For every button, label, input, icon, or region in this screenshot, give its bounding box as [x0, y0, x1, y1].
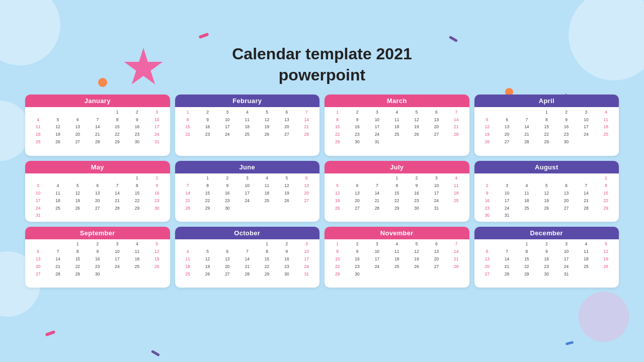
cal-cell: 28 [48, 270, 67, 278]
cal-cell: 2 [347, 241, 367, 248]
cal-cell: 20 [277, 124, 296, 131]
cal-cell: 8 [517, 248, 536, 256]
cal-cell: 5 [277, 175, 296, 183]
cal-cell: 26 [277, 197, 296, 205]
cal-cell: 8 [387, 182, 407, 190]
cal-cell: 8 [328, 248, 347, 256]
cal-cell: 6 [347, 182, 367, 190]
cal-cell: 21 [88, 131, 107, 139]
cal-cell: 15 [257, 256, 277, 263]
cal-cell [237, 205, 257, 212]
cal-cell: 19 [48, 131, 67, 139]
cal-cell: 17 [297, 256, 316, 263]
cal-cell: 15 [107, 124, 127, 131]
cal-cell: 21 [576, 197, 596, 205]
cal-cell: 30 [347, 270, 367, 278]
cal-cell: 2 [537, 241, 556, 248]
cal-cell: 16 [407, 190, 426, 197]
cal-cell: 28 [497, 270, 517, 278]
cal-cell: 3 [427, 175, 446, 183]
cal-cell: 17 [147, 124, 167, 131]
cal-cell: 2 [127, 109, 147, 116]
cal-cell: 25 [127, 263, 147, 271]
cal-cell: 5 [257, 109, 277, 116]
cal-cell: 9 [407, 182, 426, 190]
cal-cell: 4 [387, 109, 407, 116]
cal-cell: 3 [107, 241, 127, 248]
cal-cell: 2 [407, 175, 426, 183]
cal-cell: 22 [596, 197, 616, 205]
cal-cell: 24 [147, 131, 167, 139]
cal-cell: 10 [107, 248, 127, 256]
cal-cell: 3 [28, 182, 48, 190]
cal-cell: 23 [477, 205, 497, 212]
cal-cell: 29 [537, 139, 556, 146]
cal-cell: 20 [88, 197, 107, 205]
cal-cell: 19 [477, 131, 497, 139]
cal-cell [178, 175, 198, 183]
cal-cell: 30 [537, 270, 556, 278]
cal-cell: 22 [328, 131, 347, 139]
cal-cell: 24 [217, 131, 237, 139]
cal-cell: 26 [477, 139, 497, 146]
cal-cell: 9 [147, 182, 167, 190]
cal-cell: 12 [477, 124, 497, 131]
cal-cell: 11 [178, 256, 198, 263]
cal-cell: 23 [198, 131, 217, 139]
cal-cell [28, 241, 48, 248]
cal-cell: 7 [237, 248, 257, 256]
month-header-july: July [325, 161, 469, 173]
cal-cell: 15 [127, 190, 147, 197]
cal-cell [576, 175, 596, 183]
cal-cell: 6 [28, 248, 48, 256]
cal-cell: 4 [28, 116, 48, 124]
cal-cell: 15 [328, 124, 347, 131]
cal-cell: 16 [537, 256, 556, 263]
cal-cell: 8 [68, 248, 88, 256]
month-header-february: February [175, 95, 320, 107]
cal-cell: 28 [297, 131, 316, 139]
cal-cell: 6 [427, 241, 446, 248]
cal-cell: 27 [88, 205, 107, 212]
cal-cell [88, 109, 107, 116]
cal-cell: 4 [178, 248, 198, 256]
cal-cell: 7 [297, 109, 316, 116]
cal-cell [517, 212, 536, 220]
cal-cell: 10 [237, 182, 257, 190]
cal-cell: 8 [198, 182, 217, 190]
cal-cell: 12 [407, 248, 426, 256]
cal-cell: 13 [68, 124, 88, 131]
cal-cell: 12 [537, 190, 556, 197]
cal-cell [107, 212, 127, 220]
page-title: Calendar template 2021 powerpoint [0, 33, 644, 85]
cal-cell [328, 175, 347, 183]
cal-cell: 7 [367, 182, 387, 190]
cal-cell: 6 [88, 182, 107, 190]
cal-cell: 8 [537, 116, 556, 124]
cal-cell: 18 [387, 256, 407, 263]
cal-cell [28, 109, 48, 116]
cal-cell: 18 [576, 256, 596, 263]
cal-cell: 29 [257, 270, 277, 278]
cal-cell: 31 [427, 205, 446, 212]
cal-cell: 1 [537, 109, 556, 116]
cal-cell [127, 270, 147, 278]
cal-cell: 21 [446, 256, 466, 263]
cal-cell [407, 270, 426, 278]
cal-cell: 16 [556, 124, 576, 131]
month-header-august: August [474, 161, 619, 173]
cal-cell: 12 [596, 248, 616, 256]
cal-cell: 21 [237, 263, 257, 271]
cal-cell: 5 [407, 109, 426, 116]
cal-cell [596, 139, 616, 146]
cal-cell: 24 [576, 131, 596, 139]
cal-cell [107, 270, 127, 278]
cal-cell [48, 212, 67, 220]
cal-cell [237, 241, 257, 248]
cal-cell [537, 175, 556, 183]
cal-cell: 15 [68, 256, 88, 263]
cal-cell: 13 [427, 248, 446, 256]
cal-cell: 7 [446, 241, 466, 248]
cal-cell: 22 [517, 263, 536, 271]
cal-cell: 23 [277, 263, 296, 271]
